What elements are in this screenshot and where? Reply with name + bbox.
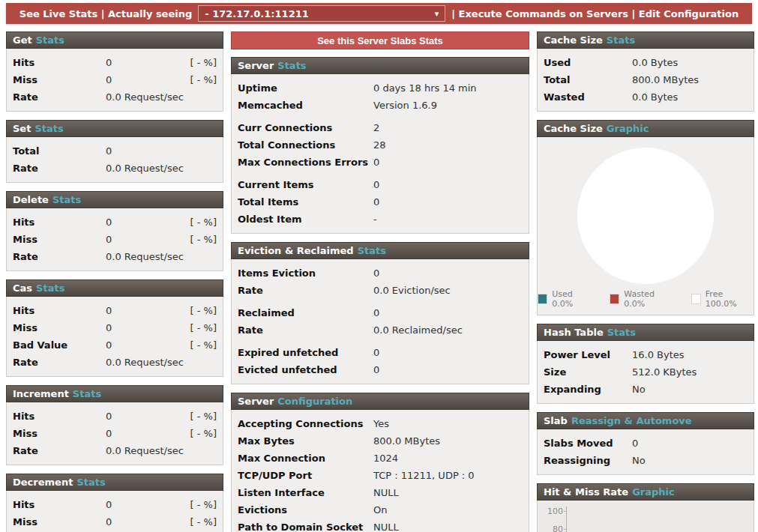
stat-value: 28: [373, 139, 386, 151]
stat-row: Max Connections Errors0: [238, 154, 523, 171]
stat-value: Version 1.6.9: [373, 99, 437, 112]
stat-value: 0: [106, 516, 112, 528]
stat-row: Expired unfetched0: [238, 344, 523, 361]
panel-title-main: Delete: [13, 194, 49, 205]
tick-mark: [564, 529, 567, 530]
panel-body: Hits0[ - %]Miss0[ - %]Rate0.0 Request/se…: [6, 402, 223, 465]
stat-percentage: [ - %]: [190, 498, 217, 511]
stat-percentage: [ - %]: [190, 56, 217, 69]
panel-header: ServerStats: [231, 57, 529, 74]
stat-row: Slabs Moved0: [544, 435, 748, 452]
stat-percentage: [ - %]: [190, 73, 217, 86]
panel-set-stats: SetStatsTotal0Rate0.0 Request/sec: [6, 120, 223, 183]
stat-label: Rate: [13, 162, 106, 175]
panel-body: Items Eviction0Rate0.0 Eviction/secRecla…: [231, 259, 529, 384]
stat-label: Expired unfetched: [238, 346, 373, 359]
stat-value: 16.0 Bytes: [632, 348, 685, 361]
stat-value: 0.0 Bytes: [632, 56, 678, 69]
see-slabs-stats-button[interactable]: See this Server Slabs Stats: [231, 31, 529, 49]
stat-value: 0.0 Request/sec: [106, 162, 184, 175]
panel-title-main: Cache Size: [544, 123, 603, 134]
panel-header: Cache SizeStats: [537, 31, 754, 49]
panel-title-main: Set: [13, 123, 31, 134]
stat-row: Uptime0 days 18 hrs 14 min: [238, 79, 523, 97]
stat-label: Miss: [13, 73, 106, 86]
middle-column: See this Server Slabs Stats ServerStatsU…: [231, 31, 529, 532]
stat-row: Miss0[ - %]: [13, 71, 217, 88]
cache-size-pie-body: Used 0.0% Wasted 0.0% Free 100.0%: [537, 137, 754, 315]
topbar-right-links[interactable]: | Execute Commands on Servers | Edit Con…: [451, 8, 739, 19]
panel-header: Hash TableStats: [537, 324, 754, 341]
stat-label: Total Items: [238, 196, 373, 208]
legend-item-used: Used 0.0%: [538, 289, 593, 309]
stat-row: Hits0[ - %]: [13, 54, 217, 71]
stat-value: 0: [373, 363, 379, 376]
stat-value: 0.0 Request/sec: [106, 444, 184, 457]
stat-value: 0: [373, 196, 379, 208]
stat-row: Miss0[ - %]: [13, 319, 217, 336]
stat-percentage: [ - %]: [190, 427, 217, 440]
stat-label: Bad Value: [13, 339, 106, 351]
stat-value: 0: [106, 145, 112, 157]
stat-row: Power Level16.0 Bytes: [544, 346, 748, 363]
panel-title-main: Increment: [13, 388, 69, 399]
stat-label: Power Level: [544, 348, 632, 361]
y-tick-label: 80: [538, 525, 563, 532]
stat-label: Max Connections Errors: [238, 156, 373, 169]
panel-title-accent: Stats: [358, 245, 386, 256]
stat-label: Rate: [13, 250, 106, 263]
stat-row: Rate0.0 Request/sec: [13, 248, 217, 265]
stat-value: 0 days 18 hrs 14 min: [373, 82, 477, 94]
panel-body: Hits0[ - %]Miss0[ - %]Rate0.0 Request/se…: [6, 49, 223, 112]
panel-title-main: Cas: [13, 282, 32, 294]
panel-title-main: Slab: [544, 415, 568, 426]
stat-label: Memcached: [238, 99, 373, 112]
topbar-left-links[interactable]: See Live Stats | Actually seeing: [19, 8, 193, 19]
stat-row: Items Eviction0: [238, 265, 523, 282]
stat-value: NULL: [373, 521, 399, 532]
stat-label: Accepting Connections: [238, 417, 373, 430]
panel-slab-reassign: SlabReassign & AutomoveSlabs Moved0Reass…: [537, 412, 754, 475]
stat-value: 0: [373, 346, 379, 359]
hit-miss-chart-area: 100 80: [537, 501, 754, 532]
stat-label: Hits: [13, 216, 106, 229]
stat-row: Bad Value0[ - %]: [13, 336, 217, 354]
stat-value: On: [373, 504, 387, 516]
panel-header: SetStats: [6, 120, 223, 137]
stat-row: Miss0[ - %]: [13, 231, 217, 248]
stat-label: Total: [13, 145, 106, 157]
panel-title-accent: Graphic: [632, 486, 675, 498]
panel-get-stats: GetStatsHits0[ - %]Miss0[ - %]Rate0.0 Re…: [6, 31, 223, 112]
panel-body: Hits0[ - %]Miss0[ - %]Bad Value0[ - %]Ra…: [6, 297, 223, 377]
panel-eviction-reclaimed: Eviction & ReclaimedStatsItems Eviction0…: [231, 242, 529, 384]
panel-header: GetStats: [6, 31, 223, 49]
panel-header: ServerConfiguration: [231, 393, 529, 410]
stat-label: Wasted: [544, 91, 632, 103]
panel-server-configuration: ServerConfigurationAccepting Connections…: [231, 393, 529, 532]
server-select[interactable]: - 172.17.0.1:11211 ▾: [198, 5, 445, 22]
stat-label: Max Connection: [238, 452, 373, 465]
stat-row: Evicted unfetched0: [238, 361, 523, 378]
panel-title-accent: Stats: [607, 34, 635, 46]
stat-value: 512.0 KBytes: [632, 366, 697, 378]
panel-title-accent: Stats: [76, 477, 105, 488]
panel-title-accent: Reassign & Automove: [571, 415, 692, 426]
stat-value: 0: [373, 267, 379, 279]
stat-label: Total: [544, 73, 632, 86]
stat-value: No: [632, 454, 646, 467]
y-axis-tick: 80: [538, 525, 567, 532]
stat-label: Reclaimed: [238, 306, 373, 319]
stat-value: No: [632, 383, 646, 396]
left-column: GetStatsHits0[ - %]Miss0[ - %]Rate0.0 Re…: [6, 31, 223, 532]
stat-row: Reclaimed0: [238, 304, 523, 321]
stat-label: Hits: [13, 410, 106, 423]
stat-row: Size512.0 KBytes: [544, 363, 748, 381]
stat-label: Uptime: [238, 82, 373, 94]
panel-cas-stats: CasStatsHits0[ - %]Miss0[ - %]Bad Value0…: [6, 279, 223, 377]
panel-delete-stats: DeleteStatsHits0[ - %]Miss0[ - %]Rate0.0…: [6, 191, 223, 271]
stat-row: Total800.0 MBytes: [544, 71, 748, 88]
panel-header: Eviction & ReclaimedStats: [231, 242, 529, 259]
stat-value: 0: [106, 339, 112, 351]
y-axis-tick: 100: [538, 507, 567, 516]
stat-row: Hits0[ - %]: [13, 214, 217, 231]
